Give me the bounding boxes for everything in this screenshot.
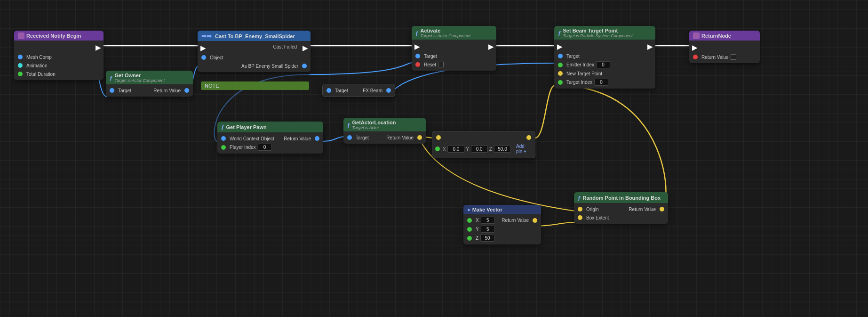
vb-main-row: [432, 133, 535, 142]
set-beam-header: ƒ Set Beam Target Point Target is Partic…: [554, 26, 655, 40]
player-index-input[interactable]: [258, 144, 272, 151]
activate-exec-row: ▶ ▶: [412, 41, 496, 52]
make-vector-header: ● Make Vector: [463, 205, 541, 214]
cast-header: ⇒⇒ Cast To BP_Enemy_SmallSpider: [198, 31, 311, 41]
get-player-pawn-node: ƒ Get Player Pawn World Context Object R…: [217, 122, 323, 154]
mv-y-input[interactable]: [481, 226, 495, 233]
gal-return-pin: [417, 135, 422, 140]
target-index-input[interactable]: [594, 79, 608, 86]
mv-y-row: Y: [463, 225, 541, 234]
set-beam-target-node: ƒ Set Beam Target Point Target is Partic…: [554, 26, 655, 89]
return-checkbox[interactable]: [731, 54, 736, 60]
get-player-pawn-body: World Context Object Return Value Player…: [217, 132, 323, 154]
make-vector-node: ● Make Vector X Return Value Y: [463, 205, 541, 244]
vector-break-node: X Y Z Add pin +: [432, 131, 535, 158]
fx-beam-body: Target FX Beam: [322, 84, 395, 97]
return-exec-row: ▶: [689, 42, 760, 53]
cast-as-pin: [302, 64, 307, 68]
activate-exec-out: ▶: [488, 43, 494, 50]
set-beam-emitter-row: Emitter Index: [554, 60, 655, 69]
mv-z-pin: [467, 236, 472, 241]
get-owner-target-row: Target Return Value: [106, 86, 193, 95]
set-beam-exec-in: ▶: [557, 43, 562, 50]
note-text: NOTE: [205, 83, 219, 89]
activate-reset-pin: [415, 62, 420, 67]
emitter-index-pin: [558, 63, 563, 67]
get-player-pawn-header: ƒ Get Player Pawn: [217, 122, 323, 132]
exec-out-arrow: ▶: [96, 44, 101, 51]
gal-target-pin: [347, 135, 352, 140]
activate-target-pin: [415, 54, 420, 58]
vb-y-input[interactable]: [471, 146, 488, 153]
gal-f-icon: ƒ: [347, 121, 350, 129]
cast-exec-in: ▶: [200, 44, 206, 52]
return-value-pin: [693, 55, 698, 59]
cast-object-pin: [201, 55, 206, 60]
mv-x-row: X Return Value: [463, 216, 541, 225]
get-owner-subtitle: Target is Actor Component: [115, 78, 165, 83]
set-beam-target-row: Target: [554, 52, 655, 60]
rp-origin-pin: [578, 207, 582, 211]
mv-z-input[interactable]: [480, 235, 494, 242]
f-icon: ƒ: [110, 74, 113, 81]
gal-body: Target Return Value: [343, 131, 426, 144]
activate-target-row: Target: [412, 52, 496, 60]
set-beam-target-index-row: Target Index: [554, 78, 655, 87]
gpp-world-context-pin: [221, 136, 226, 141]
mesh-comp-pin: [18, 55, 23, 59]
exec-row: ▶: [14, 42, 104, 53]
activate-f-icon: ƒ: [415, 29, 419, 37]
cast-title: Cast To BP_Enemy_SmallSpider: [215, 33, 295, 39]
cast-to-bp-node: ⇒⇒ Cast To BP_Enemy_SmallSpider ▶ Cast F…: [198, 31, 311, 72]
mv-x-pin: [467, 218, 472, 223]
get-owner-body: Target Return Value: [106, 84, 193, 97]
rp-box-extent-row: Box Extent: [574, 213, 668, 222]
cast-body: ▶ Cast Failed ▶ Object As BP Enemy Small…: [198, 41, 311, 72]
return-title: ReturnNode: [701, 33, 731, 39]
get-owner-node: ƒ Get Owner Target is Actor Component Ta…: [106, 71, 193, 97]
activate-title-row: Activate Target is Actor Component: [421, 28, 470, 38]
mv-y-pin: [467, 227, 472, 232]
new-target-pin: [558, 71, 563, 76]
activate-header: ƒ Activate Target is Actor Component: [412, 26, 496, 40]
cast-exec-out: ▶: [303, 44, 308, 52]
received-notify-header: Received Notify Begin: [14, 31, 104, 41]
vb-z-input[interactable]: [494, 146, 511, 153]
gal-target-row: Target Return Value: [343, 133, 426, 142]
vb-xyz-pin: [435, 146, 440, 151]
vb-xyz-row: X Y Z Add pin +: [432, 142, 535, 156]
fx-beam-row: Target FX Beam: [323, 86, 395, 95]
rp-f-icon: ƒ: [578, 194, 581, 202]
return-body: ▶ Return Value: [689, 41, 760, 63]
total-duration-row: Total Duration: [14, 70, 104, 78]
random-point-body: Origin Return Value Box Extent: [574, 203, 668, 224]
set-beam-body: ▶ ▶ Target Emitter Index New Target Poin…: [554, 40, 655, 89]
return-exec-in: ▶: [692, 44, 697, 51]
random-point-node: ƒ Random Point in Bounding Box Origin Re…: [574, 192, 668, 224]
add-pin-button[interactable]: Add pin +: [512, 143, 532, 155]
mv-return-pin: [533, 218, 537, 223]
emitter-index-input[interactable]: [596, 61, 610, 68]
return-header: ReturnNode: [689, 31, 760, 41]
mv-x-input[interactable]: [481, 217, 495, 224]
mv-z-row: Z: [463, 234, 541, 243]
activate-reset-row: Reset: [412, 60, 496, 69]
vb-x-input[interactable]: [447, 146, 464, 153]
make-vector-title: Make Vector: [472, 207, 502, 212]
set-beam-title: Set Beam Target Point: [563, 28, 633, 33]
received-notify-title: Received Notify Begin: [26, 33, 81, 39]
mv-icon: ●: [467, 207, 470, 212]
vb-in-pin: [436, 135, 441, 140]
received-notify-begin-node: Received Notify Begin ▶ Mesh Comp Animat…: [14, 31, 104, 80]
set-beam-title-row: Set Beam Target Point Target is Particle…: [563, 28, 633, 38]
mesh-comp-row: Mesh Comp: [14, 53, 104, 61]
vb-out-pin: [526, 135, 531, 140]
cast-icon: ⇒⇒: [201, 33, 212, 40]
set-beam-target-pin: [558, 54, 563, 58]
reset-checkbox[interactable]: [438, 62, 444, 67]
activate-exec-in: ▶: [414, 43, 420, 50]
cast-as-row: As BP Enemy Small Spider: [198, 62, 311, 70]
gpp-return-pin: [315, 136, 319, 141]
get-owner-title: Get Owner: [115, 73, 165, 78]
activate-subtitle: Target is Actor Component: [421, 33, 470, 38]
